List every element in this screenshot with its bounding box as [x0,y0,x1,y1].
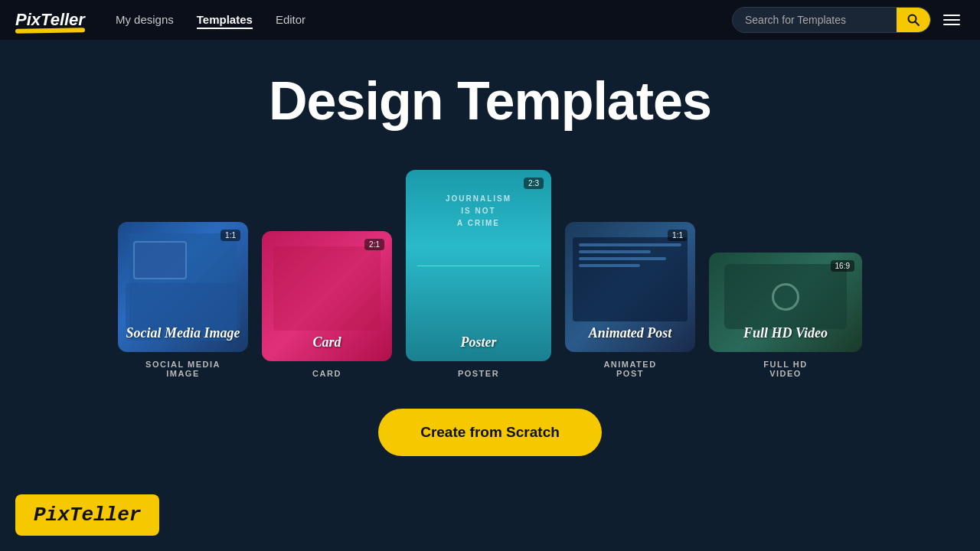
poster-text-decoration: JOURNALISMIS NOTA CRIME [406,193,551,230]
screen-line-4 [579,264,640,267]
social-overlay-label: Social Media Image [118,325,248,341]
poster-card-name: POSTER [458,369,499,378]
video-camera-shape [724,264,847,329]
search-button[interactable] [897,8,930,32]
nav-item-templates[interactable]: Templates [197,13,253,27]
social-ratio-badge: 1:1 [220,230,240,241]
search-input[interactable] [733,8,897,32]
card-animated-post[interactable]: 1:1 Animated Post [565,222,695,352]
hamburger-line-1 [943,15,960,16]
nav-link-editor[interactable]: Editor [276,13,305,26]
nav-link-templates[interactable]: Templates [197,13,253,29]
hamburger-line-3 [943,24,960,25]
brand-box-text: PixTeller [34,504,141,527]
poster-overlay-label: Poster [406,334,551,350]
screen-line-1 [579,243,681,246]
card-overlay-label: Card [262,334,392,350]
social-monitor-shape [133,241,187,279]
card-full-hd-video[interactable]: 16:9 Full HD Video [709,253,862,352]
video-ratio-badge: 16:9 [831,260,854,272]
hamburger-button[interactable] [939,10,965,30]
video-card-name: FULL HD VIDEO [763,360,807,378]
animated-screen-shape [573,237,688,321]
social-desk-shape [126,283,240,329]
nav-right [732,7,965,33]
poster-divider [417,266,540,266]
page-title: Design Templates [269,70,711,132]
card-poster[interactable]: JOURNALISMIS NOTA CRIME 2:3 Poster [406,170,551,361]
hamburger-line-2 [943,19,960,21]
logo-text: PixTeller [15,10,85,29]
screen-line-2 [579,250,651,253]
template-item-poster[interactable]: JOURNALISMIS NOTA CRIME 2:3 Poster POSTE… [406,170,551,378]
main-content: Design Templates 1:1 Social Media Image … [0,40,980,456]
brand-box: PixTeller [15,494,159,536]
search-bar [732,7,931,33]
animated-card-name: ANIMATED POST [603,360,656,378]
template-cards-section: 1:1 Social Media Image SOCIAL MEDIA IMAG… [87,170,893,378]
animated-ratio-badge: 1:1 [668,230,688,241]
search-icon [907,14,920,26]
svg-line-1 [915,21,919,25]
template-item-full-hd-video[interactable]: 16:9 Full HD Video FULL HD VIDEO [709,253,862,378]
nav-links: My designs Templates Editor [116,13,732,27]
template-item-social-media-image[interactable]: 1:1 Social Media Image SOCIAL MEDIA IMAG… [118,222,248,378]
template-item-animated-post[interactable]: 1:1 Animated Post ANIMATED POST [565,222,695,378]
card-card-name: CARD [312,369,341,378]
card-social-media-image[interactable]: 1:1 Social Media Image [118,222,248,352]
card-card[interactable]: 2:1 Card [262,231,392,361]
logo[interactable]: PixTeller [15,10,85,30]
social-card-name: SOCIAL MEDIA IMAGE [145,360,220,378]
animated-screen-lines [579,243,681,271]
animated-overlay-label: Animated Post [565,325,695,341]
poster-ratio-badge: 2:3 [524,178,544,189]
create-from-scratch-button[interactable]: Create from Scratch [378,409,602,456]
nav-link-my-designs[interactable]: My designs [116,13,174,26]
card-roses-shape [273,246,381,331]
template-item-card[interactable]: 2:1 Card CARD [262,231,392,378]
video-overlay-label: Full HD Video [709,325,862,341]
screen-line-3 [579,257,666,260]
nav-item-editor[interactable]: Editor [276,13,305,27]
card-ratio-badge: 2:1 [364,239,384,250]
navbar: PixTeller My designs Templates Editor [0,0,980,40]
nav-item-my-designs[interactable]: My designs [116,13,174,27]
